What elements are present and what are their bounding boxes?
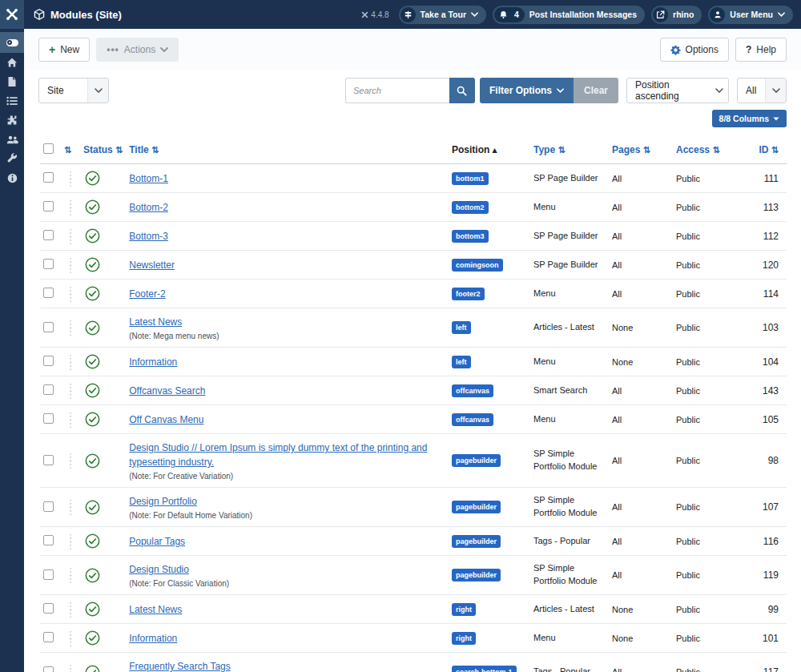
position-badge[interactable]: offcanvas: [452, 384, 493, 397]
position-badge[interactable]: bottom3: [452, 230, 489, 243]
search-input[interactable]: [345, 78, 449, 103]
sidebar-item-components[interactable]: [0, 111, 24, 130]
module-title-link[interactable]: Footer-2: [129, 288, 165, 300]
joomla-logo[interactable]: [0, 0, 24, 29]
position-badge[interactable]: comingsoon: [452, 259, 503, 272]
row-checkbox[interactable]: [43, 322, 54, 332]
drag-handle-icon[interactable]: ⋮⋮: [61, 405, 80, 434]
status-published-icon[interactable]: [85, 257, 100, 272]
drag-handle-icon[interactable]: ⋮⋮: [61, 556, 80, 595]
row-checkbox[interactable]: [43, 356, 54, 366]
sort-access-header[interactable]: Access ⇅: [676, 144, 720, 155]
sidebar-item-help[interactable]: [0, 168, 24, 187]
sidebar-item-home[interactable]: [0, 53, 24, 72]
status-published-icon[interactable]: [85, 199, 100, 215]
row-checkbox[interactable]: [43, 201, 54, 211]
status-published-icon[interactable]: [85, 500, 100, 515]
actions-button[interactable]: ••• Actions: [96, 38, 179, 62]
row-checkbox[interactable]: [43, 288, 54, 298]
status-published-icon[interactable]: [85, 453, 100, 469]
post-installation-messages-button[interactable]: 4 Post Installation Messages: [493, 6, 645, 24]
row-checkbox[interactable]: [43, 259, 54, 269]
user-menu-button[interactable]: User Menu: [708, 6, 793, 24]
take-a-tour-button[interactable]: Take a Tour: [399, 6, 486, 24]
sort-select[interactable]: Position ascending: [626, 78, 729, 103]
position-badge[interactable]: bottom2: [452, 201, 489, 214]
status-published-icon[interactable]: [85, 171, 100, 186]
options-button[interactable]: Options: [660, 38, 729, 62]
sidebar-item-system[interactable]: [0, 149, 24, 168]
row-checkbox[interactable]: [43, 632, 54, 642]
status-published-icon[interactable]: [85, 630, 100, 646]
module-title-link[interactable]: Information: [129, 356, 177, 368]
row-checkbox[interactable]: [43, 501, 54, 512]
sidebar-item-content[interactable]: [0, 72, 24, 91]
sort-ordering-header[interactable]: ⇅: [64, 144, 71, 155]
status-published-icon[interactable]: [85, 354, 100, 369]
status-published-icon[interactable]: [85, 228, 100, 243]
list-limit-select[interactable]: All: [737, 78, 787, 103]
position-badge[interactable]: right: [452, 632, 476, 645]
module-title-link[interactable]: Design Studio // Lorem Ipsum is simply d…: [129, 442, 427, 468]
drag-handle-icon[interactable]: ⋮⋮: [61, 488, 80, 527]
module-title-link[interactable]: Frequently Search Tags: [129, 661, 231, 672]
drag-handle-icon[interactable]: ⋮⋮: [61, 624, 80, 653]
sort-pages-header[interactable]: Pages ⇅: [612, 144, 650, 155]
sort-type-header[interactable]: Type ⇅: [533, 144, 566, 155]
position-badge[interactable]: left: [452, 356, 471, 368]
position-badge[interactable]: pagebuilder: [452, 569, 501, 581]
drag-handle-icon[interactable]: ⋮⋮: [61, 348, 80, 376]
module-title-link[interactable]: Newsletter: [129, 260, 175, 271]
module-title-link[interactable]: Bottom-3: [129, 231, 168, 242]
sidebar-item-menus[interactable]: [0, 91, 24, 111]
status-published-icon[interactable]: [85, 665, 100, 672]
columns-toggle-button[interactable]: 8/8 Columns: [712, 110, 787, 127]
row-checkbox[interactable]: [43, 666, 54, 672]
position-badge[interactable]: footer2: [452, 288, 485, 300]
module-title-link[interactable]: Latest News: [129, 604, 182, 615]
drag-handle-icon[interactable]: ⋮⋮: [61, 222, 80, 251]
sort-status-header[interactable]: Status ⇅: [83, 144, 123, 155]
drag-handle-icon[interactable]: ⋮⋮: [61, 595, 80, 624]
status-published-icon[interactable]: [85, 286, 100, 301]
module-title-link[interactable]: Bottom-2: [129, 202, 168, 213]
drag-handle-icon[interactable]: ⋮⋮: [61, 164, 80, 193]
drag-handle-icon[interactable]: ⋮⋮: [61, 251, 80, 280]
position-badge[interactable]: pagebuilder: [452, 501, 501, 513]
status-published-icon[interactable]: [85, 602, 100, 617]
site-preview-button[interactable]: rhino: [651, 6, 702, 24]
module-title-link[interactable]: Design Portfolio: [129, 496, 197, 507]
row-checkbox[interactable]: [43, 384, 54, 395]
row-checkbox[interactable]: [43, 413, 54, 424]
drag-handle-icon[interactable]: ⋮⋮: [61, 376, 80, 405]
position-badge[interactable]: left: [452, 321, 471, 334]
drag-handle-icon[interactable]: ⋮⋮: [61, 308, 80, 348]
row-checkbox[interactable]: [43, 230, 54, 240]
select-all-checkbox[interactable]: [43, 143, 54, 154]
row-checkbox[interactable]: [43, 535, 54, 545]
position-badge[interactable]: right: [452, 603, 476, 616]
module-title-link[interactable]: Offcanvas Search: [129, 385, 205, 396]
sort-position-header[interactable]: Position ▴: [449, 137, 530, 164]
filter-options-button[interactable]: Filter Options: [480, 78, 574, 103]
sort-id-header[interactable]: ID ⇅: [759, 144, 779, 155]
status-published-icon[interactable]: [85, 320, 100, 336]
position-badge[interactable]: bottom1: [452, 172, 489, 185]
drag-handle-icon[interactable]: ⋮⋮: [61, 653, 80, 672]
status-published-icon[interactable]: [85, 383, 100, 398]
status-published-icon[interactable]: [85, 412, 100, 427]
module-title-link[interactable]: Off Canvas Menu: [129, 414, 203, 425]
sidebar-item-users[interactable]: [0, 130, 24, 149]
drag-handle-icon[interactable]: ⋮⋮: [61, 434, 80, 488]
module-title-link[interactable]: Design Studio: [129, 564, 189, 575]
position-badge[interactable]: pagebuilder: [452, 535, 501, 548]
drag-handle-icon[interactable]: ⋮⋮: [61, 527, 80, 556]
help-button[interactable]: ? Help: [735, 38, 787, 62]
clear-button[interactable]: Clear: [574, 78, 618, 103]
sidebar-toggle-menu[interactable]: [0, 32, 24, 53]
module-title-link[interactable]: Latest News: [129, 316, 182, 328]
drag-handle-icon[interactable]: ⋮⋮: [61, 280, 80, 308]
row-checkbox[interactable]: [43, 603, 54, 614]
new-button[interactable]: + New: [38, 38, 90, 62]
drag-handle-icon[interactable]: ⋮⋮: [61, 193, 80, 222]
